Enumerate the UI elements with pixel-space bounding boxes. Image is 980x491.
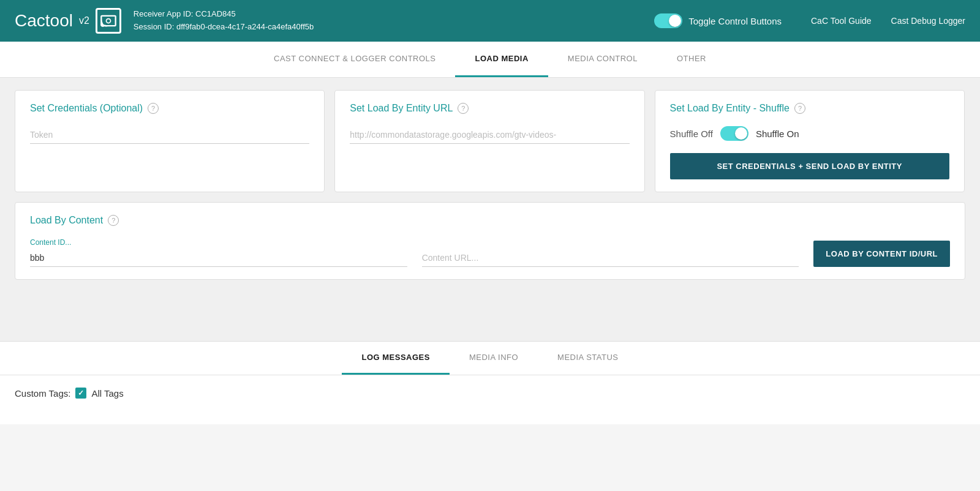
content-url-input[interactable] <box>422 249 799 267</box>
shuffle-toggle-row: Shuffle Off Shuffle On <box>670 126 949 141</box>
custom-tags-label: Custom Tags: <box>15 388 70 399</box>
load-content-card: Load By Content ? Content ID... LOAD BY … <box>15 202 965 280</box>
receiver-id: Receiver App ID: CC1AD845 <box>134 8 314 21</box>
app-header: Cactool v2 Receiver App ID: CC1AD845 Ses… <box>0 0 980 42</box>
tab-load-media[interactable]: LOAD MEDIA <box>455 42 548 77</box>
entity-shuffle-title: Set Load By Entity - Shuffle ? <box>670 103 949 114</box>
header-info: Receiver App ID: CC1AD845 Session ID: df… <box>134 8 314 34</box>
logo-area: Cactool v2 <box>15 8 121 34</box>
tab-cast-connect[interactable]: CAST CONNECT & LOGGER CONTROLS <box>254 42 455 77</box>
load-content-button[interactable]: LOAD BY CONTENT ID/URL <box>813 241 950 267</box>
logo-text: Cactool <box>15 11 73 31</box>
bottom-section: LOG MESSAGES MEDIA INFO MEDIA STATUS Cus… <box>0 341 980 424</box>
shuffle-knob <box>735 127 747 140</box>
credentials-title: Set Credentials (Optional) ? <box>30 103 309 114</box>
svg-point-1 <box>106 19 110 23</box>
all-tags-label: All Tags <box>91 388 123 399</box>
load-content-inputs: Content ID... LOAD BY CONTENT ID/URL <box>30 238 950 267</box>
bottom-nav: LOG MESSAGES MEDIA INFO MEDIA STATUS <box>0 342 980 375</box>
main-nav: CAST CONNECT & LOGGER CONTROLS LOAD MEDI… <box>0 42 980 78</box>
tab-media-info[interactable]: MEDIA INFO <box>450 342 538 375</box>
toggle-label: Toggle Control Buttons <box>688 16 782 26</box>
cards-row: Set Credentials (Optional) ? Set Load By… <box>15 90 965 192</box>
set-credentials-send-load-button[interactable]: SET CREDENTIALS + SEND LOAD BY ENTITY <box>670 153 949 179</box>
shuffle-toggle[interactable] <box>720 126 748 141</box>
entity-url-title: Set Load By Entity URL ? <box>350 103 629 114</box>
bottom-content: Custom Tags: All Tags <box>0 375 980 424</box>
shuffle-on-label: Shuffle On <box>756 129 799 139</box>
main-content: Set Credentials (Optional) ? Set Load By… <box>0 78 980 341</box>
session-id: Session ID: dff9fab0-dcea-4c17-a244-ca4e… <box>134 21 314 34</box>
tab-media-status[interactable]: MEDIA STATUS <box>538 342 638 375</box>
tab-other[interactable]: OTHER <box>657 42 726 77</box>
entity-url-help-icon[interactable]: ? <box>458 103 469 114</box>
toggle-control-buttons[interactable] <box>654 13 682 28</box>
content-id-group: Content ID... <box>30 238 407 267</box>
entity-shuffle-help-icon[interactable]: ? <box>794 103 805 114</box>
content-url-group <box>422 249 799 267</box>
load-content-help-icon[interactable]: ? <box>108 215 119 226</box>
toggle-section: Toggle Control Buttons <box>654 13 782 28</box>
custom-tags-row: Custom Tags: All Tags <box>15 388 965 399</box>
tab-log-messages[interactable]: LOG MESSAGES <box>342 342 449 375</box>
cast-debug-logger-link[interactable]: Cast Debug Logger <box>891 16 965 26</box>
credentials-card: Set Credentials (Optional) ? <box>15 90 325 192</box>
header-nav: CaC Tool Guide Cast Debug Logger <box>811 16 965 26</box>
content-id-label: Content ID... <box>30 238 407 247</box>
token-input[interactable] <box>30 126 309 144</box>
credentials-help-icon[interactable]: ? <box>148 103 159 114</box>
entity-shuffle-card: Set Load By Entity - Shuffle ? Shuffle O… <box>655 90 965 192</box>
cac-tool-guide-link[interactable]: CaC Tool Guide <box>811 16 872 26</box>
entity-url-input[interactable] <box>350 126 629 144</box>
shuffle-off-label: Shuffle Off <box>670 129 713 139</box>
cast-icon <box>96 8 121 34</box>
content-id-input[interactable] <box>30 249 407 267</box>
entity-url-card: Set Load By Entity URL ? <box>334 90 644 192</box>
logo-version: v2 <box>79 15 89 26</box>
tab-media-control[interactable]: MEDIA CONTROL <box>548 42 657 77</box>
load-content-title: Load By Content ? <box>30 215 950 226</box>
all-tags-checkbox[interactable] <box>75 388 86 399</box>
toggle-knob <box>669 15 681 27</box>
